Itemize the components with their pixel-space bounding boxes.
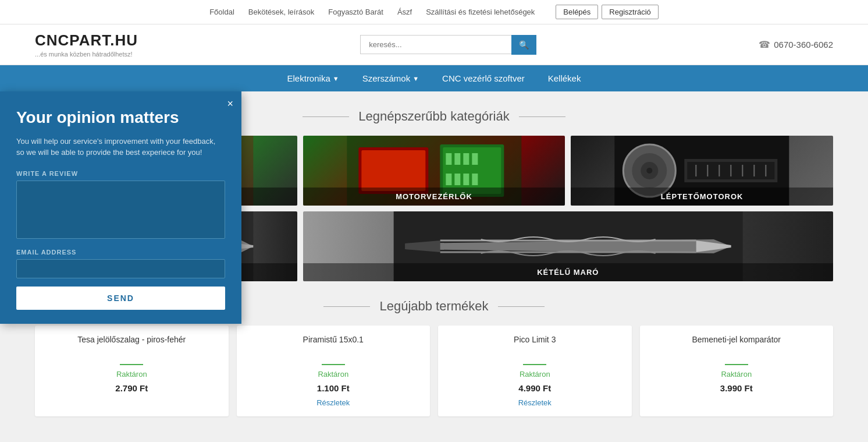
nav-szerszamok-label: Szerszámok [362,73,411,83]
svg-rect-21 [446,174,451,185]
nav-link-szallitas[interactable]: Szállítási és fizetési lehetőségek [426,8,535,16]
search-icon: 🔍 [519,40,529,49]
product-card-4: Bemeneti-jel komparátor Raktáron 3.990 F… [640,326,834,416]
nav-link-fooldal[interactable]: Főoldal [209,8,234,16]
svg-rect-22 [454,174,460,185]
main-navigation: Elektronika ▼ Szerszámok ▼ CNC vezérlő s… [0,65,868,91]
product-status-4: Raktáron [649,370,824,379]
product-divider-3 [523,364,546,365]
svg-rect-23 [463,174,469,185]
category-motorvezerlok[interactable]: MOTORVEZÉRLŐK [303,136,565,206]
review-label: WRITE A REVIEW [16,170,225,177]
product-status-1: Raktáron [44,370,219,379]
svg-rect-19 [463,153,469,165]
chevron-down-icon: ▼ [412,75,419,82]
popup-title: Your opinion matters [16,108,225,128]
svg-rect-18 [454,153,460,165]
popup-close-button[interactable]: × [227,98,233,109]
svg-point-29 [647,168,653,174]
nav-link-fogyaszto[interactable]: Fogyasztó Barát [328,8,383,16]
product-price-1: 2.790 Ft [44,383,219,393]
category-motor-label: MOTORVEZÉRLŐK [303,188,565,206]
logo-subtitle: ...és munka közben hátradőlhetsz! [35,51,138,58]
product-divider-1 [120,364,143,365]
review-popup: × Your opinion matters You will help our… [0,91,241,324]
nav-kellek[interactable]: Kellékek [548,73,581,83]
nav-szerszamok[interactable]: Szerszámok ▼ [362,73,419,83]
logo[interactable]: CNCPART.HU ...és munka közben hátradőlhe… [35,31,138,58]
review-textarea[interactable] [16,181,225,239]
nav-cnc[interactable]: CNC vezérlő szoftver [442,73,525,83]
nav-link-aszf[interactable]: Ászf [397,8,412,16]
auth-buttons: Belépés Regisztráció [556,5,659,19]
category-lepteto-label: LÉPTETŐMOTOROK [571,188,833,206]
product-card-2: Piramistű 15x0.1 Raktáron 1.100 Ft Részl… [237,326,431,416]
nav-link-bekotesek[interactable]: Bekötések, leírások [248,8,314,16]
nav-kellek-label: Kellékek [548,73,581,83]
category-ketelu-label: KÉTÉLŰ MARÓ [303,263,833,281]
products-grid: Tesa jelölőszalag - piros-fehér Raktáron… [35,326,833,416]
category-ketelu[interactable]: KÉTÉLŰ MARÓ [303,211,833,281]
email-input[interactable] [16,259,225,278]
logo-text: CNCPART.HU [35,31,138,49]
product-card-3: Pico Limit 3 Raktáron 4.990 Ft Részletek [438,326,632,416]
product-divider-4 [725,364,748,365]
product-price-4: 3.990 Ft [649,383,824,393]
site-header: CNCPART.HU ...és munka közben hátradőlhe… [0,24,868,65]
main-content: × Your opinion matters You will help our… [0,91,868,434]
svg-rect-24 [472,174,478,185]
search-input[interactable] [360,35,511,54]
register-button[interactable]: Regisztráció [602,5,659,19]
search-bar: 🔍 [360,35,536,55]
search-button[interactable]: 🔍 [511,35,536,55]
nav-elektronika-label: Elektronika [287,73,330,83]
chevron-down-icon: ▼ [333,75,339,82]
product-name-2: Piramistű 15x0.1 [246,335,421,358]
product-price-2: 1.100 Ft [246,383,421,393]
svg-rect-20 [472,153,478,165]
category-lepteto[interactable]: LÉPTETŐMOTOROK [571,136,833,206]
phone-text: 0670-360-6062 [774,40,833,49]
product-card-1: Tesa jelölőszalag - piros-fehér Raktáron… [35,326,229,416]
svg-rect-17 [446,153,451,165]
nav-cnc-label: CNC vezérlő szoftver [442,73,525,83]
send-button[interactable]: SEND [16,287,225,310]
product-name-3: Pico Limit 3 [447,335,622,358]
nav-elektronika[interactable]: Elektronika ▼ [287,73,339,83]
popup-description: You will help our service's improvement … [16,136,225,158]
email-label: EMAIL ADDRESS [16,249,225,256]
product-status-3: Raktáron [447,370,622,379]
top-navigation: Főoldal Bekötések, leírások Fogyasztó Ba… [0,0,868,24]
product-divider-2 [322,364,345,365]
product-link-3[interactable]: Részletek [518,398,552,407]
product-name-4: Bemeneti-jel komparátor [649,335,824,358]
product-status-2: Raktáron [246,370,421,379]
svg-rect-14 [361,150,425,191]
phone-icon: ☎ [759,39,770,50]
phone-number: ☎ 0670-360-6062 [759,39,833,50]
login-button[interactable]: Belépés [556,5,598,19]
product-name-1: Tesa jelölőszalag - piros-fehér [44,335,219,358]
product-link-2[interactable]: Részletek [316,398,350,407]
product-price-3: 4.990 Ft [447,383,622,393]
